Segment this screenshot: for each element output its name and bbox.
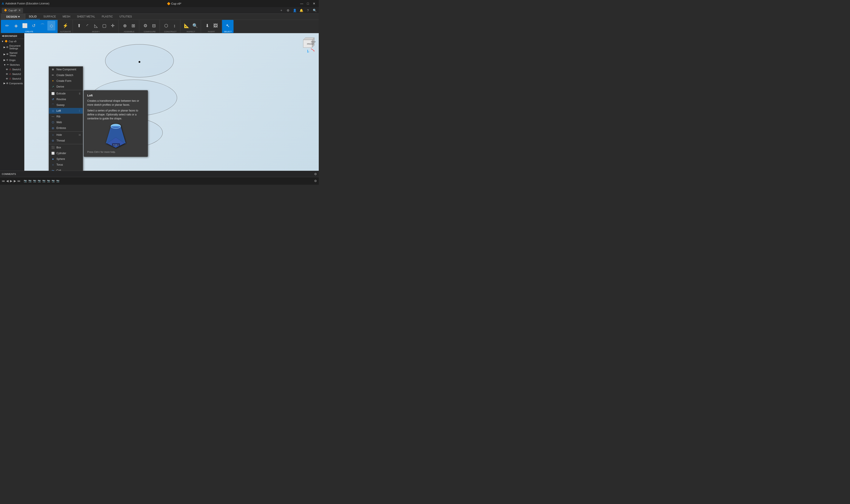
settings-icon[interactable]: ⚙ (314, 172, 317, 176)
ribbon-new-sketch[interactable]: ✏ (3, 21, 11, 31)
sidebar-item-components[interactable]: ▶ ⊕ Components (0, 81, 24, 86)
ribbon-plane-btn[interactable]: ⬡ (162, 21, 170, 31)
timeline-step-8[interactable]: 📷 (56, 179, 59, 182)
ribbon-joint-btn[interactable]: ⊕ (121, 21, 129, 31)
sidebar-origin-icon: ✛ (6, 59, 8, 61)
tab-plastic[interactable]: PLASTIC (99, 14, 116, 19)
tab-surface[interactable]: SURFACE (40, 14, 59, 19)
sidebar-item-cup[interactable]: ▼ 🔶 Cup v9 (0, 39, 24, 43)
menu-extrude[interactable]: ⬜ Extrude E (49, 91, 83, 96)
thread-icon: ⊙ (51, 139, 55, 142)
ribbon-insert-btn[interactable]: ⬇ (203, 21, 211, 31)
menu-sphere[interactable]: ● Sphere (49, 156, 83, 162)
help-icon[interactable]: ? (306, 8, 310, 13)
timeline-step-4[interactable]: 📷 (38, 179, 41, 182)
search-icon[interactable]: 🔍 (312, 8, 317, 13)
ribbon-extrude[interactable]: ⬜ (21, 21, 29, 31)
menu-create-sketch[interactable]: ✏ Create Sketch (49, 72, 83, 78)
menu-derive[interactable]: ↗ Derive (49, 84, 83, 90)
timeline-settings-icon[interactable]: ⚙ (314, 179, 317, 183)
ribbon-measure-btn[interactable]: 📐 (183, 21, 191, 31)
view-cube[interactable]: FRONT RIGHT Z X (299, 35, 316, 53)
sidebar-item-sketches[interactable]: ▼ ✏ Sketches (0, 62, 24, 67)
menu-revolve[interactable]: ↺ Revolve (49, 96, 83, 102)
menu-box[interactable]: ⬛ Box (49, 145, 83, 150)
menu-create-form-label: Create Form (56, 79, 71, 83)
timeline-step-6[interactable]: 📷 (47, 179, 50, 182)
menu-new-component[interactable]: ⊕ New Component (49, 67, 83, 72)
sidebar-sketches-label: Sketches (10, 64, 20, 66)
tab-mesh[interactable]: MESH (59, 14, 73, 19)
menu-sweep[interactable]: ⌒ Sweep (49, 102, 83, 108)
ribbon-inspect-btn2[interactable]: 🔍 (191, 21, 199, 31)
sidebar-named-expand-icon: ▶ (3, 53, 5, 56)
timeline-next-icon[interactable]: ▶ (14, 179, 16, 183)
sidebar-item-document[interactable]: ▶ ⚙ Document Settings (0, 43, 24, 51)
ribbon-loft[interactable]: ◇ (47, 21, 55, 31)
timeline-end-icon[interactable]: ⏭ (17, 179, 21, 183)
notifications-icon[interactable]: 🔔 (299, 8, 304, 13)
tab-utilities[interactable]: UTILITIES (117, 14, 135, 19)
menu-thread[interactable]: ⊙ Thread (49, 138, 83, 144)
timeline-step-7[interactable]: 📷 (52, 179, 55, 182)
ribbon-shell[interactable]: ▢ (100, 21, 108, 31)
sidebar-collapse-icon[interactable]: ◀ (2, 35, 3, 37)
menu-loft[interactable]: ◇ Loft ⋮ (49, 108, 83, 114)
browser-tab-cup[interactable]: 🔶 Cup v9* ✕ (2, 8, 23, 13)
timeline-step-2[interactable]: 📷 (28, 179, 32, 182)
ribbon-construct-section: ⬡ ↕ CONSTRUCT (160, 20, 180, 33)
canvas-area[interactable]: FRONT RIGHT Z X ⊕ New Component ✏ Create… (24, 33, 319, 171)
tab-sheet-metal[interactable]: SHEET METAL (74, 14, 98, 19)
sidebar-item-sketch3[interactable]: 👁 ⚠ Sketch3 (0, 76, 24, 81)
timeline-prev-icon[interactable]: ◀ (6, 179, 8, 183)
close-button[interactable]: ✕ (311, 1, 317, 6)
ribbon-create-form[interactable]: ◈ (12, 21, 20, 31)
timeline-step-5[interactable]: 📷 (42, 179, 46, 182)
ribbon-fillet[interactable]: ◜ (84, 21, 91, 31)
timeline-step-3[interactable]: 📷 (33, 179, 36, 182)
ribbon-press-pull[interactable]: ⬆ (75, 21, 83, 31)
ribbon-automate-btn[interactable]: ⚡ (62, 21, 70, 31)
new-tab-button[interactable]: ＋ (279, 8, 284, 13)
sidebar-item-origin[interactable]: ▶ ✛ Origin (0, 58, 24, 62)
menu-extrude-label: Extrude (56, 92, 66, 95)
ribbon-config-btn[interactable]: ⚙ (141, 21, 150, 31)
ribbon-modify-label: MODIFY (91, 31, 101, 33)
sidebar-item-sketch2[interactable]: 👁 ⚠ Sketch2 (0, 72, 24, 76)
ribbon-revolve[interactable]: ↺ (30, 21, 38, 31)
menu-torus[interactable]: ○ Torus (49, 162, 83, 168)
sidebar-item-sketch1[interactable]: 👁 ⚠ Sketch1 (0, 67, 24, 72)
loft-ellipsis: ⋮ (78, 109, 81, 112)
hole-icon: ○ (51, 133, 55, 137)
ribbon-axis-btn[interactable]: ↕ (171, 21, 178, 31)
menu-emboss[interactable]: ◎ Emboss (49, 125, 83, 131)
ribbon-move[interactable]: ✛ (109, 21, 117, 31)
menu-coil[interactable]: 〜 Coil (49, 168, 83, 171)
ribbon-select-btn[interactable]: ↖ (224, 21, 232, 31)
timeline-step-1[interactable]: 📷 (24, 179, 27, 182)
menu-hole[interactable]: ○ Hole H (49, 132, 83, 138)
timeline-play-icon[interactable]: ▶ (10, 179, 12, 183)
sidebar-named-label: Named Views (10, 52, 23, 57)
app-logo-icon: A (2, 2, 4, 5)
sidebar-item-named-views[interactable]: ▶ 👁 Named Views (0, 51, 24, 58)
ribbon-chamfer[interactable]: ◺ (92, 21, 100, 31)
titlebar: A Autodesk Fusion (Education License) 🔶 … (0, 0, 319, 7)
menu-cylinder[interactable]: ⬜ Cylinder (49, 150, 83, 156)
tab-solid[interactable]: SOLID (26, 14, 40, 19)
menu-web[interactable]: ⬡ Web (49, 120, 83, 125)
tab-close-icon[interactable]: ✕ (18, 8, 21, 12)
account-icon[interactable]: 👤 (292, 8, 297, 13)
menu-rib[interactable]: — Rib (49, 114, 83, 120)
maximize-button[interactable]: □ (305, 1, 311, 6)
ribbon-table-btn[interactable]: ⊟ (150, 21, 158, 31)
ribbon-sweep[interactable]: ⌒ (38, 21, 47, 31)
ribbon-canvas-btn[interactable]: 🖼 (212, 21, 220, 31)
timeline-start-icon[interactable]: ⏮ (2, 179, 5, 183)
ribbon-align-btn[interactable]: ⊞ (129, 21, 137, 31)
extension-icon[interactable]: ⚙ (285, 8, 291, 13)
loft-icon: ◇ (50, 23, 53, 28)
minimize-button[interactable]: — (299, 1, 305, 6)
design-button[interactable]: DESIGN ▾ (1, 14, 25, 20)
menu-create-form[interactable]: ✦ Create Form (49, 78, 83, 84)
